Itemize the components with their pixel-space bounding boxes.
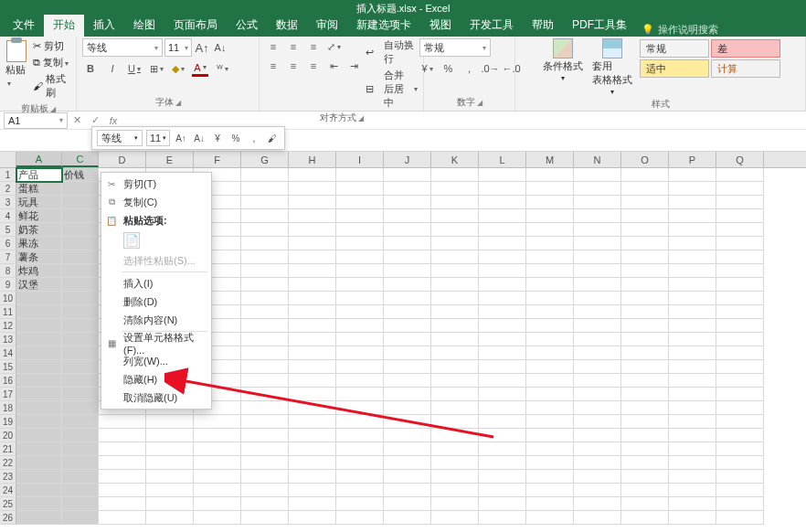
cell[interactable] bbox=[574, 511, 621, 525]
cell[interactable] bbox=[526, 305, 574, 319]
mini-font-size[interactable]: 11▾ bbox=[146, 130, 170, 146]
cell[interactable] bbox=[16, 456, 62, 470]
cell[interactable] bbox=[574, 374, 621, 388]
cell[interactable] bbox=[146, 415, 194, 429]
cell[interactable] bbox=[241, 182, 289, 196]
cell[interactable] bbox=[669, 511, 716, 525]
cell[interactable] bbox=[621, 237, 669, 250]
cell[interactable] bbox=[289, 278, 336, 292]
cell[interactable] bbox=[526, 319, 574, 333]
cell[interactable] bbox=[574, 250, 621, 264]
cell[interactable] bbox=[62, 278, 99, 292]
row-header[interactable]: 20 bbox=[0, 429, 16, 442]
cell[interactable] bbox=[621, 415, 669, 429]
cell[interactable] bbox=[289, 305, 336, 319]
col-header-D[interactable]: D bbox=[99, 152, 146, 167]
cell[interactable] bbox=[574, 346, 621, 360]
cell[interactable] bbox=[241, 388, 289, 401]
cell[interactable] bbox=[431, 456, 479, 470]
cell[interactable] bbox=[241, 264, 289, 278]
cell[interactable] bbox=[194, 429, 241, 442]
col-header-G[interactable]: G bbox=[241, 152, 289, 167]
cell[interactable] bbox=[716, 470, 764, 484]
cell[interactable] bbox=[574, 333, 621, 346]
cell[interactable] bbox=[384, 346, 431, 360]
cell[interactable] bbox=[289, 292, 336, 305]
cell[interactable] bbox=[384, 456, 431, 470]
cell[interactable] bbox=[716, 168, 764, 182]
cell[interactable] bbox=[146, 497, 194, 511]
align-top-icon[interactable]: ≡ bbox=[265, 38, 281, 55]
cell[interactable] bbox=[99, 442, 146, 456]
mini-inc-font-icon[interactable]: A↑ bbox=[174, 131, 188, 145]
cell[interactable] bbox=[16, 497, 62, 511]
cell[interactable] bbox=[669, 470, 716, 484]
cell[interactable] bbox=[62, 250, 99, 264]
cell[interactable] bbox=[289, 497, 336, 511]
cell[interactable] bbox=[336, 182, 384, 196]
cell[interactable] bbox=[241, 223, 289, 237]
row-header[interactable]: 7 bbox=[0, 250, 16, 264]
tab-pdf-tools[interactable]: PDF工具集 bbox=[563, 15, 636, 37]
cell[interactable] bbox=[669, 497, 716, 511]
tab-formulas[interactable]: 公式 bbox=[227, 15, 267, 37]
cell[interactable] bbox=[62, 484, 99, 497]
cell[interactable] bbox=[574, 209, 621, 223]
row-header[interactable]: 11 bbox=[0, 305, 16, 319]
cell[interactable] bbox=[241, 374, 289, 388]
cell[interactable] bbox=[574, 264, 621, 278]
cell[interactable] bbox=[194, 511, 241, 525]
cell[interactable] bbox=[526, 264, 574, 278]
cut-button[interactable]: ✂剪切 bbox=[31, 38, 70, 54]
cell[interactable] bbox=[669, 223, 716, 237]
cell[interactable] bbox=[16, 470, 62, 484]
paste-button[interactable]: 粘贴 bbox=[5, 38, 27, 88]
row-header[interactable]: 13 bbox=[0, 333, 16, 346]
cell[interactable] bbox=[574, 292, 621, 305]
cell[interactable] bbox=[336, 360, 384, 374]
cell[interactable] bbox=[384, 264, 431, 278]
mini-font-name[interactable]: 等线▾ bbox=[97, 130, 143, 146]
cell[interactable] bbox=[241, 401, 289, 415]
cell[interactable] bbox=[669, 401, 716, 415]
style-neutral[interactable]: 适中 bbox=[640, 59, 709, 78]
cell[interactable] bbox=[479, 429, 526, 442]
cell[interactable] bbox=[99, 497, 146, 511]
cell[interactable] bbox=[289, 442, 336, 456]
cell[interactable] bbox=[574, 223, 621, 237]
cell[interactable] bbox=[146, 511, 194, 525]
cell[interactable] bbox=[336, 388, 384, 401]
cell[interactable]: 价钱 bbox=[62, 168, 99, 182]
cell[interactable] bbox=[62, 223, 99, 237]
paste-option-default[interactable]: 📄 bbox=[123, 232, 140, 249]
cell[interactable] bbox=[431, 209, 479, 223]
cell[interactable] bbox=[669, 305, 716, 319]
cell[interactable] bbox=[479, 511, 526, 525]
cell[interactable] bbox=[716, 182, 764, 196]
style-normal[interactable]: 常规 bbox=[640, 39, 709, 58]
cell[interactable] bbox=[241, 456, 289, 470]
cell[interactable] bbox=[479, 250, 526, 264]
cell[interactable] bbox=[241, 484, 289, 497]
cell[interactable] bbox=[62, 401, 99, 415]
cell[interactable] bbox=[479, 264, 526, 278]
cell[interactable] bbox=[526, 250, 574, 264]
cell[interactable] bbox=[384, 319, 431, 333]
cell[interactable] bbox=[384, 333, 431, 346]
cell[interactable] bbox=[669, 250, 716, 264]
cell[interactable] bbox=[431, 497, 479, 511]
cell[interactable] bbox=[384, 360, 431, 374]
cell[interactable] bbox=[384, 292, 431, 305]
cell[interactable] bbox=[241, 442, 289, 456]
cell[interactable] bbox=[716, 305, 764, 319]
cell[interactable] bbox=[479, 237, 526, 250]
cell[interactable] bbox=[574, 319, 621, 333]
cell[interactable]: 薯条 bbox=[16, 250, 62, 264]
cell[interactable] bbox=[716, 401, 764, 415]
cell[interactable] bbox=[16, 305, 62, 319]
cell[interactable] bbox=[716, 196, 764, 209]
cell[interactable] bbox=[336, 209, 384, 223]
copy-button[interactable]: ⧉复制 bbox=[31, 55, 70, 70]
tab-file[interactable]: 文件 bbox=[4, 15, 44, 37]
cell[interactable] bbox=[431, 292, 479, 305]
